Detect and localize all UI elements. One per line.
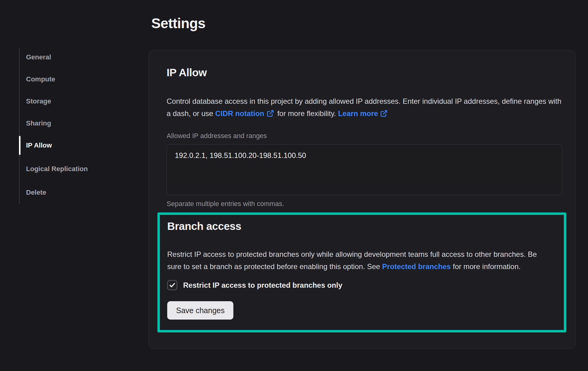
settings-sidebar: General Compute Storage Sharing IP Allow…: [19, 48, 129, 204]
ip-allow-card: IP Allow Control database access in this…: [149, 50, 575, 349]
ip-allow-description: Control database access in this project …: [167, 95, 562, 121]
sidebar-item-sharing[interactable]: Sharing: [26, 119, 118, 128]
branch-access-description: Restrict IP access to protected branches…: [167, 248, 552, 273]
sidebar-item-compute[interactable]: Compute: [26, 75, 118, 84]
branch-access-highlight-box: Branch access Restrict IP access to prot…: [157, 212, 566, 332]
external-link-icon: [266, 109, 274, 121]
restrict-ip-checkbox-row[interactable]: Restrict IP access to protected branches…: [167, 280, 556, 290]
sidebar-item-general[interactable]: General: [26, 53, 118, 62]
external-link-icon: [380, 109, 388, 121]
sidebar-item-storage[interactable]: Storage: [26, 97, 118, 106]
checkmark-icon: [169, 282, 176, 289]
sidebar-item-ip-allow[interactable]: IP Allow: [26, 141, 118, 150]
restrict-ip-checkbox[interactable]: [167, 280, 177, 290]
ip-addresses-input[interactable]: 192.0.2.1, 198.51.100.20-198.51.100.50: [167, 144, 562, 195]
sidebar-item-logical-replication[interactable]: Logical Replication: [26, 163, 118, 175]
learn-more-link[interactable]: Learn more: [338, 109, 378, 118]
ip-allow-description-text-2: for more flexibility.: [275, 109, 338, 118]
restrict-ip-checkbox-label: Restrict IP access to protected branches…: [183, 280, 342, 290]
protected-branches-link[interactable]: Protected branches: [382, 262, 451, 271]
sidebar-item-delete[interactable]: Delete: [26, 188, 118, 197]
settings-page: Settings General Compute Storage Sharing…: [0, 0, 588, 371]
ip-allow-heading: IP Allow: [167, 66, 562, 79]
page-title: Settings: [151, 14, 205, 32]
branch-access-description-text-2: for more information.: [451, 262, 521, 271]
branch-access-heading: Branch access: [167, 219, 556, 233]
save-changes-button[interactable]: Save changes: [167, 301, 233, 320]
ip-addresses-field-helper: Separate multiple entries with commas.: [167, 199, 562, 208]
ip-addresses-field-label: Allowed IP addresses and ranges: [167, 131, 562, 141]
cidr-notation-link[interactable]: CIDR notation: [215, 109, 264, 118]
